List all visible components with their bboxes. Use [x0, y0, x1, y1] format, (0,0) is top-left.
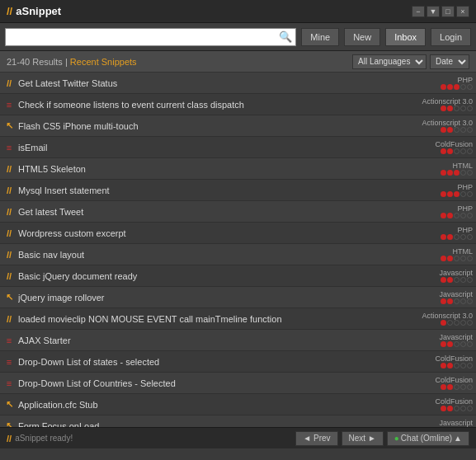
- snippet-meta: ColdFusion: [382, 140, 473, 154]
- list-item[interactable]: //loaded movieclip NON MOUSE EVENT call …: [0, 308, 476, 330]
- prev-button[interactable]: ◄ Prev: [295, 431, 337, 446]
- list-item[interactable]: ↖Application.cfc StubColdFusion: [0, 394, 476, 415]
- status-ready-text: aSnippet ready!: [15, 434, 73, 443]
- snippet-meta: PHP: [382, 204, 473, 218]
- snippet-language: HTML: [382, 247, 473, 256]
- status-nav: ◄ Prev Next ► ● Chat (Omline) ▲: [295, 431, 469, 446]
- list-item[interactable]: ≡isEmailColdFusion: [0, 137, 476, 158]
- star: [441, 384, 446, 390]
- chat-button[interactable]: ● Chat (Omline) ▲: [387, 431, 469, 446]
- snippet-language: Actionscript 3.0: [382, 312, 473, 320]
- snippet-meta: Javascript: [382, 290, 473, 304]
- list-item[interactable]: ≡AJAX StarterJavascript: [0, 330, 476, 351]
- snippet-name: Check if someone listens to event curren…: [18, 100, 382, 110]
- star: [447, 384, 453, 390]
- star: [441, 191, 446, 197]
- list-item[interactable]: //Wordpress custom excerptPHP: [0, 223, 476, 244]
- snippet-meta: Javascript: [382, 419, 473, 427]
- new-button[interactable]: New: [344, 28, 380, 46]
- snippet-stars: [382, 256, 473, 261]
- snippet-stars: [382, 341, 473, 347]
- snippet-language: PHP: [382, 204, 473, 213]
- list-item[interactable]: //Get Latest Twitter StatusPHP: [0, 73, 476, 94]
- star: [454, 148, 460, 154]
- list-item[interactable]: ≡Check if someone listens to event curre…: [0, 94, 476, 115]
- filter-bar: 21-40 Results | Recent Snippets All Lang…: [0, 51, 476, 73]
- list-item[interactable]: ↖Flash CS5 iPhone multi-touchActionscrip…: [0, 115, 476, 137]
- list-item[interactable]: //HTML5 SkeletonHTML: [0, 158, 476, 180]
- star: [460, 384, 466, 390]
- list-item[interactable]: //Mysql Insert statementPHP: [0, 180, 476, 201]
- app-title: aSnippet: [16, 5, 61, 17]
- search-input[interactable]: [9, 32, 277, 42]
- chat-arrow-icon: ▲: [454, 434, 462, 443]
- snippet-icon-12: //: [0, 308, 18, 330]
- list-item[interactable]: ↖jQuery image rolloverJavascript: [0, 287, 476, 308]
- star: [460, 213, 466, 218]
- snippet-stars: [382, 406, 473, 411]
- login-button[interactable]: Login: [431, 28, 471, 46]
- online-indicator: ●: [394, 434, 399, 443]
- snippet-icon-15: ≡: [0, 373, 18, 394]
- star: [467, 127, 473, 133]
- list-item[interactable]: //Basic nav layoutHTML: [0, 244, 476, 265]
- snippet-stars: [382, 298, 473, 304]
- title-bar: // aSnippet − ▼ □ ×: [0, 0, 476, 23]
- snippet-name: AJAX Starter: [18, 336, 382, 345]
- star: [460, 320, 466, 326]
- snippet-name: Mysql Insert statement: [18, 185, 382, 195]
- snippet-stars: [382, 363, 473, 368]
- snippet-icon-4: ≡: [0, 137, 18, 158]
- close-button[interactable]: ×: [456, 6, 469, 17]
- snippet-meta: HTML: [382, 162, 473, 176]
- star: [460, 341, 466, 347]
- star: [454, 277, 460, 283]
- app-logo-icon: //: [7, 5, 12, 17]
- snippet-name: Get Latest Twitter Status: [18, 78, 382, 88]
- snippet-meta: Javascript: [382, 333, 473, 347]
- star: [454, 106, 460, 111]
- star: [467, 384, 473, 390]
- star: [454, 341, 460, 347]
- star: [441, 320, 446, 326]
- star: [447, 170, 453, 176]
- next-button[interactable]: Next ►: [342, 431, 384, 446]
- snippet-name: Basic jQuery document ready: [18, 271, 382, 281]
- snippet-icon-11: ↖: [0, 287, 18, 308]
- star: [467, 406, 473, 411]
- star: [467, 256, 473, 261]
- maximize-button[interactable]: □: [441, 6, 455, 17]
- chat-label: Chat (Omline): [401, 434, 452, 443]
- snippet-meta: Actionscript 3.0: [382, 119, 473, 133]
- star: [441, 148, 446, 154]
- filter-button[interactable]: ▼: [427, 6, 440, 17]
- date-filter[interactable]: Date: [430, 54, 469, 69]
- snippet-icon-1: //: [0, 73, 18, 94]
- snippet-meta: ColdFusion: [382, 376, 473, 390]
- star: [460, 234, 466, 240]
- star: [447, 84, 453, 90]
- list-item[interactable]: //Basic jQuery document readyJavascript: [0, 265, 476, 287]
- star: [441, 213, 446, 218]
- list-item[interactable]: ↖Form Focus onLoadJavascript: [0, 415, 476, 427]
- mine-button[interactable]: Mine: [301, 28, 339, 46]
- snippet-stars: [382, 320, 473, 326]
- star: [467, 320, 473, 326]
- star: [454, 363, 460, 368]
- snippet-stars: [382, 84, 473, 90]
- snippet-icon-5: //: [0, 158, 18, 180]
- snippet-language: Javascript: [382, 333, 473, 341]
- list-item[interactable]: //Get latest TweetPHP: [0, 201, 476, 223]
- star: [460, 191, 466, 197]
- star: [454, 256, 460, 261]
- snippet-language: ColdFusion: [382, 397, 473, 406]
- search-icon: 🔍: [279, 31, 292, 43]
- star: [460, 84, 466, 90]
- language-filter[interactable]: All Languages: [352, 54, 427, 69]
- star: [454, 84, 460, 90]
- minimize-button[interactable]: −: [412, 6, 425, 17]
- inbox-button[interactable]: Inbox: [385, 28, 426, 46]
- list-item[interactable]: ≡Drop-Down List of states - selectedCold…: [0, 351, 476, 373]
- list-item[interactable]: ≡Drop-Down List of Countries - SelectedC…: [0, 373, 476, 394]
- star: [454, 298, 460, 304]
